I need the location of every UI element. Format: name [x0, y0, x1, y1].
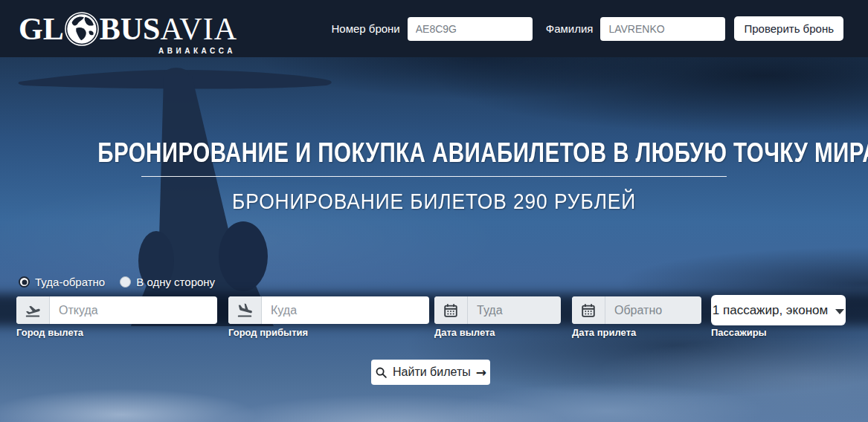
arrow-right-icon: → [476, 366, 486, 379]
check-booking-button[interactable]: Проверить бронь [734, 16, 843, 41]
hero-subtitle: БРОНИРОВАНИЕ БИЛЕТОВ 290 РУБЛЕЙ [0, 189, 868, 214]
plane-departure-icon [16, 296, 50, 324]
hero-subtitle-text: БРОНИРОВАНИЕ БИЛЕТОВ 290 РУБЛЕЙ [232, 189, 636, 214]
chevron-down-icon [835, 309, 844, 314]
logo-text-prefix: GL [19, 13, 64, 45]
logo-text-suffix: AVIA [160, 13, 237, 45]
origin-field-label: Город вылета [16, 327, 83, 338]
destination-field [228, 296, 429, 324]
calendar-icon [434, 296, 468, 324]
destination-input[interactable] [262, 296, 429, 324]
page: GL BUS AVIA АВИАКАССА Номер брони Фамили… [0, 0, 868, 422]
hero-title-text: БРОНИРОВАНИЕ И ПОКУПКА АВИАБИЛЕТОВ В ЛЮБ… [97, 138, 868, 168]
plane-arrival-icon [228, 296, 262, 324]
hero-divider [141, 176, 727, 177]
search-icon [375, 366, 388, 379]
hero-section: БРОНИРОВАНИЕ И ПОКУПКА АВИАБИЛЕТОВ В ЛЮБ… [0, 57, 868, 422]
top-header: GL BUS AVIA АВИАКАССА Номер брони Фамили… [0, 0, 868, 57]
roundtrip-option[interactable]: Туда-обратно [19, 276, 105, 288]
trip-type-selector: Туда-обратно В одну сторону [19, 276, 215, 288]
return-date-label: Дата прилета [572, 327, 636, 338]
lastname-input[interactable] [600, 17, 725, 41]
depart-date-label: Дата вылета [434, 327, 495, 338]
oneway-option[interactable]: В одну сторону [120, 276, 215, 288]
return-date-field [572, 296, 701, 324]
origin-field [16, 296, 217, 324]
return-date-input[interactable] [605, 296, 701, 324]
calendar-icon [572, 296, 605, 324]
hero-title: БРОНИРОВАНИЕ И ПОКУПКА АВИАБИЛЕТОВ В ЛЮБ… [0, 138, 868, 168]
roundtrip-label: Туда-обратно [35, 276, 105, 288]
search-button-label: Найти билеты [393, 366, 471, 379]
oneway-radio[interactable] [120, 276, 131, 288]
booking-ref-label: Номер брони [331, 22, 399, 35]
booking-check-form: Номер брони Фамилия Проверить бронь [331, 16, 843, 41]
logo-tagline: АВИАКАССА [158, 47, 236, 55]
origin-input[interactable] [50, 296, 217, 324]
booking-ref-input[interactable] [408, 17, 533, 41]
lastname-label: Фамилия [546, 22, 594, 35]
oneway-label: В одну сторону [136, 276, 215, 288]
globe-icon [65, 12, 99, 46]
site-logo[interactable]: GL BUS AVIA АВИАКАССА [19, 12, 237, 46]
depart-date-field [434, 296, 561, 324]
passengers-value: 1 пассажир, эконом [713, 303, 828, 318]
depart-date-input[interactable] [468, 296, 561, 324]
search-tickets-button[interactable]: Найти билеты → [371, 360, 490, 385]
destination-field-label: Город прибытия [228, 327, 308, 338]
logo-text-mid: BUS [100, 13, 161, 45]
passengers-select[interactable]: 1 пассажир, эконом [711, 295, 846, 325]
passengers-label: Пассажиры [711, 327, 767, 338]
roundtrip-radio[interactable] [19, 276, 30, 288]
